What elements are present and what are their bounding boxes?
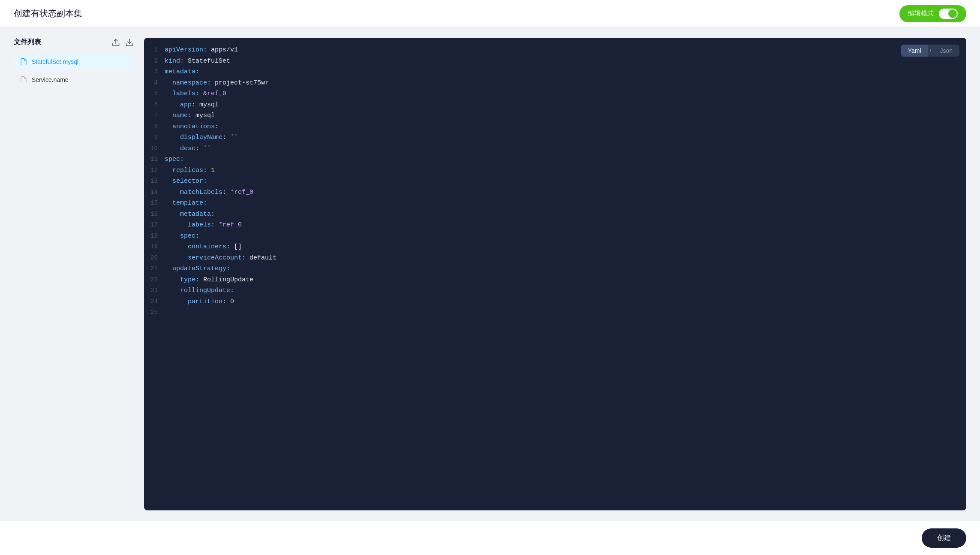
line-number: 17 (144, 220, 165, 230)
line-number: 22 (144, 275, 165, 285)
line-content: rollingUpdate: (165, 285, 966, 296)
line-number: 15 (144, 198, 165, 208)
toggle-knob (948, 9, 957, 18)
line-number: 20 (144, 253, 165, 263)
line-number: 10 (144, 144, 165, 154)
code-line-6: 6 app: mysql (144, 100, 966, 111)
edit-mode-toggle[interactable]: 编辑模式 (899, 5, 966, 22)
code-line-5: 5 labels: &ref_0 (144, 88, 966, 100)
toggle-switch (939, 9, 958, 19)
code-editor[interactable]: 1apiVersion: apps/v12kind: StatefulSet3m… (144, 38, 966, 510)
code-line-25: 25 (144, 307, 966, 318)
line-number: 7 (144, 111, 165, 121)
line-content: serviceAccount: default (165, 253, 966, 264)
file-item-service[interactable]: Service.name (14, 72, 134, 88)
code-line-21: 21 updateStrategy: (144, 263, 966, 274)
line-content: metadata: (165, 66, 966, 78)
line-number: 16 (144, 209, 165, 220)
line-content: spec: (165, 154, 966, 165)
code-line-13: 13 selector: (144, 176, 966, 187)
yaml-tab[interactable]: Yaml (901, 45, 928, 57)
line-content: kind: StatefulSet (165, 56, 966, 67)
line-content: matchLabels: *ref_0 (165, 187, 966, 198)
code-line-2: 2kind: StatefulSet (144, 56, 966, 67)
code-line-22: 22 type: RollingUpdate (144, 274, 966, 286)
code-line-3: 3metadata: (144, 66, 966, 78)
sidebar-title: 文件列表 (14, 38, 41, 47)
line-content: labels: *ref_0 (165, 220, 966, 231)
code-line-9: 9 displayName: '' (144, 132, 966, 143)
line-content (165, 307, 966, 318)
json-tab[interactable]: Json (933, 45, 959, 57)
line-content: containers: [] (165, 241, 966, 253)
line-content: partition: 0 (165, 296, 966, 308)
line-number: 1 (144, 45, 165, 55)
code-line-1: 1apiVersion: apps/v1 (144, 45, 966, 56)
code-line-17: 17 labels: *ref_0 (144, 220, 966, 231)
bottom-bar: 创建 (0, 521, 980, 555)
code-line-16: 16 metadata: (144, 209, 966, 220)
sidebar: 文件列表 (14, 38, 134, 510)
yaml-json-switcher: Yaml / Json (901, 45, 959, 57)
file-list: StatefulSet.mysql Service.name (14, 54, 134, 88)
line-number: 14 (144, 187, 165, 198)
code-line-20: 20 serviceAccount: default (144, 253, 966, 264)
download-button[interactable] (125, 38, 134, 47)
code-line-15: 15 template: (144, 198, 966, 209)
line-number: 24 (144, 297, 165, 307)
file-item-statefulset[interactable]: StatefulSet.mysql (14, 54, 134, 70)
line-content: annotations: (165, 121, 966, 133)
code-line-4: 4 namespace: project-st75wr (144, 78, 966, 89)
separator: / (928, 45, 933, 57)
line-number: 2 (144, 56, 165, 66)
line-content: labels: &ref_0 (165, 88, 966, 100)
edit-mode-label: 编辑模式 (908, 9, 934, 18)
line-content: type: RollingUpdate (165, 274, 966, 286)
sidebar-actions (111, 38, 134, 47)
line-content: metadata: (165, 209, 966, 220)
code-line-8: 8 annotations: (144, 121, 966, 133)
line-number: 4 (144, 78, 165, 88)
line-number: 21 (144, 264, 165, 274)
line-content: replicas: 1 (165, 165, 966, 176)
line-content: template: (165, 198, 966, 209)
code-line-24: 24 partition: 0 (144, 296, 966, 308)
line-number: 23 (144, 286, 165, 296)
code-line-19: 19 containers: [] (144, 241, 966, 253)
code-line-7: 7 name: mysql (144, 110, 966, 121)
header: 创建有状态副本集 编辑模式 (0, 0, 980, 27)
file-name-service: Service.name (32, 76, 69, 83)
line-content: apiVersion: apps/v1 (165, 45, 966, 56)
line-number: 18 (144, 231, 165, 241)
main-content: 文件列表 (0, 27, 980, 521)
line-number: 9 (144, 133, 165, 143)
file-name-statefulset: StatefulSet.mysql (32, 58, 78, 65)
line-number: 6 (144, 100, 165, 110)
line-number: 19 (144, 242, 165, 252)
line-number: 5 (144, 89, 165, 99)
line-number: 13 (144, 176, 165, 187)
code-line-18: 18 spec: (144, 231, 966, 242)
code-line-14: 14 matchLabels: *ref_0 (144, 187, 966, 198)
code-line-11: 11spec: (144, 154, 966, 165)
line-number: 12 (144, 166, 165, 176)
line-content: app: mysql (165, 100, 966, 111)
line-content: selector: (165, 176, 966, 187)
line-content: desc: '' (165, 143, 966, 154)
line-number: 3 (144, 67, 165, 77)
page-title: 创建有状态副本集 (14, 8, 82, 19)
sidebar-header: 文件列表 (14, 38, 134, 47)
editor-container: Yaml / Json 1apiVersion: apps/v12kind: S… (144, 38, 966, 510)
code-line-23: 23 rollingUpdate: (144, 285, 966, 296)
line-content: name: mysql (165, 110, 966, 121)
line-number: 25 (144, 308, 165, 318)
code-line-10: 10 desc: '' (144, 143, 966, 154)
create-button[interactable]: 创建 (922, 528, 966, 548)
line-content: spec: (165, 231, 966, 242)
line-content: namespace: project-st75wr (165, 78, 966, 89)
line-content: updateStrategy: (165, 263, 966, 274)
upload-button[interactable] (111, 38, 120, 47)
line-number: 8 (144, 122, 165, 132)
line-number: 11 (144, 154, 165, 165)
line-content: displayName: '' (165, 132, 966, 143)
